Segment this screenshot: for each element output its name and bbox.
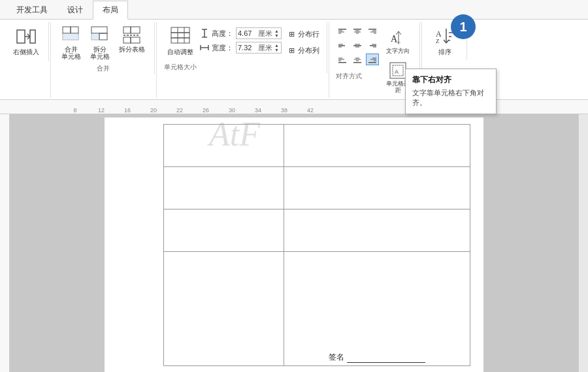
svg-text:A: A <box>395 69 399 75</box>
height-down[interactable]: ▼ <box>274 33 280 38</box>
svg-rect-5 <box>63 27 71 33</box>
width-down[interactable]: ▼ <box>274 48 280 52</box>
split-table-button[interactable]: 拆分表格 <box>115 23 149 55</box>
auto-adjust-icon <box>170 26 191 47</box>
table-cell <box>164 209 284 251</box>
table-row <box>164 209 470 251</box>
height-value: 4.67 <box>238 29 258 37</box>
svg-rect-20 <box>171 38 189 43</box>
divider-2 <box>156 22 157 98</box>
width-value: 7.32 <box>238 44 258 52</box>
divider-1 <box>50 22 51 98</box>
badge-number: 1 <box>459 20 466 35</box>
split-cells-icon <box>91 26 109 44</box>
svg-rect-4 <box>30 30 35 43</box>
tab-developer[interactable]: 开发工具 <box>7 1 57 20</box>
table-cell-last-right: 签名 <box>284 251 470 365</box>
right-insert-icon <box>16 26 37 47</box>
svg-rect-33 <box>353 29 361 30</box>
width-label: 宽度： <box>212 43 233 53</box>
right-insert-label: 右侧插入 <box>13 48 39 56</box>
distribute-rows-icon: ⊞ <box>289 30 295 38</box>
svg-text:A: A <box>436 29 442 39</box>
merge-cells-button[interactable]: 合并单元格 <box>57 23 85 63</box>
svg-rect-37 <box>368 29 376 30</box>
align-bottom-left-button[interactable] <box>336 54 349 65</box>
main-area: AtF 签名 <box>0 114 588 372</box>
svg-rect-57 <box>353 62 361 63</box>
doc-table: 签名 <box>163 124 470 366</box>
signature-underline <box>347 354 425 363</box>
height-input[interactable]: 4.67 厘米 ▲ ▼ <box>236 27 282 39</box>
split-cells-button[interactable]: 拆分单元格 <box>86 23 114 63</box>
height-spinners: ▲ ▼ <box>274 29 280 38</box>
align-middle-right-button[interactable] <box>366 40 379 52</box>
svg-rect-17 <box>131 37 140 43</box>
merge-group-label: 合并 <box>97 63 110 73</box>
left-ruler <box>0 114 10 372</box>
doc-page: AtF 签名 <box>105 117 483 372</box>
table-cell <box>164 124 284 166</box>
cell-margins-icon: A <box>389 61 407 80</box>
width-input[interactable]: 7.32 厘米 ▲ ▼ <box>236 42 282 54</box>
align-bottom-center-button[interactable] <box>351 54 364 65</box>
align-top-left-button[interactable] <box>336 26 349 38</box>
tooltip: 靠下右对齐 文字靠单元格右下角对齐。 <box>405 69 497 114</box>
badge-circle: 1 <box>451 14 476 39</box>
signature-line: 签名 <box>289 352 465 363</box>
height-up[interactable]: ▲ <box>274 29 280 33</box>
align-middle-center-button[interactable] <box>351 40 364 52</box>
merge-items: 合并单元格 拆分单元格 <box>57 23 149 63</box>
svg-rect-53 <box>338 62 346 63</box>
right-scrollbar[interactable] <box>578 114 588 372</box>
alignment-group-label: 对齐方式 <box>336 70 362 81</box>
svg-rect-8 <box>63 33 78 40</box>
table-cell <box>164 166 284 209</box>
cellsize-group-label: 单元格大小 <box>164 61 197 72</box>
svg-text:|: | <box>395 42 402 43</box>
svg-rect-6 <box>71 27 78 33</box>
auto-adjust-label: 自动调整 <box>167 48 193 56</box>
height-label: 高度： <box>212 29 233 39</box>
table-row-last: 签名 <box>164 251 470 365</box>
table-cell-last-left <box>164 251 284 365</box>
height-icon <box>200 29 209 38</box>
tooltip-description: 文字靠单元格右下角对齐。 <box>412 88 489 108</box>
split-table-label: 拆分表格 <box>119 46 145 53</box>
svg-rect-18 <box>171 27 189 33</box>
table-cell <box>284 209 470 251</box>
tooltip-title: 靠下右对齐 <box>412 74 489 85</box>
alignment-grid <box>336 26 380 67</box>
ribbon-content: 右侧插入 合并单元格 <box>0 20 588 99</box>
svg-rect-14 <box>131 27 140 33</box>
svg-rect-61 <box>368 62 376 63</box>
width-icon <box>200 43 209 52</box>
tab-layout[interactable]: 布局 <box>93 1 128 20</box>
distribute-cols-button[interactable]: ⊞ 分布列 <box>287 45 321 56</box>
merge-cells-label: 合并单元格 <box>61 46 81 60</box>
table-cell <box>284 166 470 209</box>
svg-rect-19 <box>171 33 189 38</box>
distribute-rows-button[interactable]: ⊞ 分布行 <box>287 29 321 40</box>
sort-label: 排序 <box>438 48 451 56</box>
svg-rect-16 <box>123 37 131 43</box>
auto-adjust-button[interactable]: 自动调整 <box>163 23 197 59</box>
svg-rect-13 <box>123 27 131 33</box>
align-bottom-right-button[interactable] <box>366 54 379 65</box>
align-top-center-button[interactable] <box>351 26 364 38</box>
right-insert-button[interactable]: 右侧插入 <box>9 23 43 59</box>
height-row: 高度： 4.67 厘米 ▲ ▼ <box>200 27 282 39</box>
align-top-right-button[interactable] <box>366 26 379 38</box>
width-up[interactable]: ▲ <box>274 43 280 48</box>
split-cells-label: 拆分单元格 <box>90 46 110 60</box>
svg-rect-0 <box>17 30 25 43</box>
signature-label: 签名 <box>329 352 344 363</box>
text-direction-button[interactable]: A | 文字方向 <box>382 26 414 57</box>
text-direction-label: 文字方向 <box>386 48 410 55</box>
align-middle-left-button[interactable] <box>336 40 349 52</box>
insert-items: 右侧插入 <box>9 23 43 59</box>
tab-design[interactable]: 设计 <box>57 1 93 20</box>
group-cellsize: 自动调整 单元格大小 高度： 4.67 厘米 ▲ ▼ <box>158 22 327 73</box>
doc-area[interactable]: AtF 签名 <box>10 114 578 372</box>
table-row <box>164 166 470 209</box>
